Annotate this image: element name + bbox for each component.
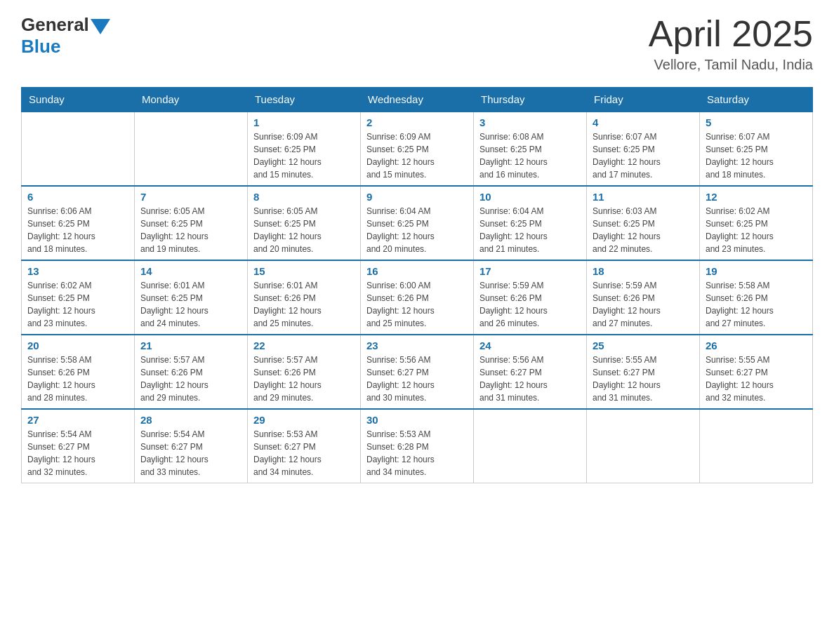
col-monday: Monday [135, 88, 248, 112]
day-info-text: Sunrise: 5:57 AMSunset: 6:26 PMDaylight:… [253, 354, 355, 404]
day-info-text: Sunrise: 6:04 AMSunset: 6:25 PMDaylight:… [366, 205, 468, 255]
calendar-cell: 10Sunrise: 6:04 AMSunset: 6:25 PMDayligh… [474, 186, 587, 260]
day-number: 30 [366, 414, 468, 426]
calendar-cell: 1Sunrise: 6:09 AMSunset: 6:25 PMDaylight… [248, 112, 361, 186]
calendar-cell: 3Sunrise: 6:08 AMSunset: 6:25 PMDaylight… [474, 112, 587, 186]
day-number: 10 [479, 191, 581, 203]
day-number: 12 [706, 191, 807, 203]
col-saturday: Saturday [700, 88, 813, 112]
day-number: 17 [479, 265, 581, 277]
day-number: 23 [366, 340, 468, 351]
day-info-text: Sunrise: 5:53 AMSunset: 6:27 PMDaylight:… [253, 428, 355, 478]
day-info-text: Sunrise: 5:54 AMSunset: 6:27 PMDaylight:… [140, 428, 241, 478]
day-info-text: Sunrise: 5:59 AMSunset: 6:26 PMDaylight:… [593, 279, 694, 330]
day-number: 4 [593, 116, 694, 128]
day-number: 2 [366, 116, 468, 128]
day-info-text: Sunrise: 6:00 AMSunset: 6:26 PMDaylight:… [366, 279, 468, 330]
day-info-text: Sunrise: 6:07 AMSunset: 6:25 PMDaylight:… [706, 130, 807, 181]
day-number: 8 [253, 191, 355, 203]
calendar-week-row: 27Sunrise: 5:54 AMSunset: 6:27 PMDayligh… [22, 409, 813, 483]
calendar-cell: 22Sunrise: 5:57 AMSunset: 6:26 PMDayligh… [248, 335, 361, 409]
calendar-cell [474, 409, 587, 483]
month-year-title: April 2025 [649, 14, 813, 54]
day-info-text: Sunrise: 6:01 AMSunset: 6:26 PMDaylight:… [253, 279, 355, 330]
day-number: 20 [27, 340, 128, 351]
day-number: 28 [140, 414, 241, 426]
logo-blue-text: Blue [21, 36, 60, 58]
col-friday: Friday [587, 88, 700, 112]
day-info-text: Sunrise: 5:57 AMSunset: 6:26 PMDaylight:… [140, 354, 241, 404]
calendar-cell: 18Sunrise: 5:59 AMSunset: 6:26 PMDayligh… [587, 260, 700, 335]
calendar-cell [700, 409, 813, 483]
calendar-cell: 6Sunrise: 6:06 AMSunset: 6:25 PMDaylight… [22, 186, 135, 260]
calendar-cell: 12Sunrise: 6:02 AMSunset: 6:25 PMDayligh… [700, 186, 813, 260]
day-info-text: Sunrise: 5:55 AMSunset: 6:27 PMDaylight:… [593, 354, 694, 404]
day-number: 25 [593, 340, 694, 351]
title-block: April 2025 Vellore, Tamil Nadu, India [649, 14, 813, 73]
col-thursday: Thursday [474, 88, 587, 112]
day-number: 5 [706, 116, 807, 128]
calendar-cell: 16Sunrise: 6:00 AMSunset: 6:26 PMDayligh… [361, 260, 474, 335]
day-info-text: Sunrise: 6:05 AMSunset: 6:25 PMDaylight:… [140, 205, 241, 255]
calendar-week-row: 13Sunrise: 6:02 AMSunset: 6:25 PMDayligh… [22, 260, 813, 335]
calendar-cell [22, 112, 135, 186]
day-info-text: Sunrise: 6:01 AMSunset: 6:25 PMDaylight:… [140, 279, 241, 330]
day-header-row: Sunday Monday Tuesday Wednesday Thursday… [22, 88, 813, 112]
day-info-text: Sunrise: 5:53 AMSunset: 6:28 PMDaylight:… [366, 428, 468, 478]
day-number: 14 [140, 265, 241, 277]
day-number: 16 [366, 265, 468, 277]
day-info-text: Sunrise: 6:03 AMSunset: 6:25 PMDaylight:… [593, 205, 694, 255]
day-number: 27 [27, 414, 128, 426]
logo-triangle-icon [91, 19, 110, 34]
calendar-cell: 8Sunrise: 6:05 AMSunset: 6:25 PMDaylight… [248, 186, 361, 260]
location-subtitle: Vellore, Tamil Nadu, India [649, 57, 813, 73]
day-number: 18 [593, 265, 694, 277]
day-info-text: Sunrise: 5:56 AMSunset: 6:27 PMDaylight:… [479, 354, 581, 404]
calendar-week-row: 6Sunrise: 6:06 AMSunset: 6:25 PMDaylight… [22, 186, 813, 260]
calendar-cell [587, 409, 700, 483]
col-wednesday: Wednesday [361, 88, 474, 112]
calendar-cell: 30Sunrise: 5:53 AMSunset: 6:28 PMDayligh… [361, 409, 474, 483]
day-info-text: Sunrise: 6:02 AMSunset: 6:25 PMDaylight:… [706, 205, 807, 255]
day-number: 26 [706, 340, 807, 351]
day-number: 22 [253, 340, 355, 351]
logo: General Blue [21, 14, 110, 58]
calendar-week-row: 20Sunrise: 5:58 AMSunset: 6:26 PMDayligh… [22, 335, 813, 409]
calendar-cell: 19Sunrise: 5:58 AMSunset: 6:26 PMDayligh… [700, 260, 813, 335]
calendar-cell: 9Sunrise: 6:04 AMSunset: 6:25 PMDaylight… [361, 186, 474, 260]
day-info-text: Sunrise: 6:02 AMSunset: 6:25 PMDaylight:… [27, 279, 128, 330]
day-number: 11 [593, 191, 694, 203]
day-number: 1 [253, 116, 355, 128]
calendar-cell: 15Sunrise: 6:01 AMSunset: 6:26 PMDayligh… [248, 260, 361, 335]
calendar-cell: 24Sunrise: 5:56 AMSunset: 6:27 PMDayligh… [474, 335, 587, 409]
day-number: 24 [479, 340, 581, 351]
calendar-cell: 5Sunrise: 6:07 AMSunset: 6:25 PMDaylight… [700, 112, 813, 186]
day-info-text: Sunrise: 5:56 AMSunset: 6:27 PMDaylight:… [366, 354, 468, 404]
day-number: 19 [706, 265, 807, 277]
calendar-cell: 27Sunrise: 5:54 AMSunset: 6:27 PMDayligh… [22, 409, 135, 483]
day-info-text: Sunrise: 6:08 AMSunset: 6:25 PMDaylight:… [479, 130, 581, 181]
calendar-cell: 23Sunrise: 5:56 AMSunset: 6:27 PMDayligh… [361, 335, 474, 409]
day-info-text: Sunrise: 6:05 AMSunset: 6:25 PMDaylight:… [253, 205, 355, 255]
day-info-text: Sunrise: 6:04 AMSunset: 6:25 PMDaylight:… [479, 205, 581, 255]
calendar-cell: 20Sunrise: 5:58 AMSunset: 6:26 PMDayligh… [22, 335, 135, 409]
day-number: 7 [140, 191, 241, 203]
day-number: 9 [366, 191, 468, 203]
calendar-cell: 29Sunrise: 5:53 AMSunset: 6:27 PMDayligh… [248, 409, 361, 483]
calendar-cell: 28Sunrise: 5:54 AMSunset: 6:27 PMDayligh… [135, 409, 248, 483]
day-info-text: Sunrise: 5:54 AMSunset: 6:27 PMDaylight:… [27, 428, 128, 478]
day-info-text: Sunrise: 5:55 AMSunset: 6:27 PMDaylight:… [706, 354, 807, 404]
col-sunday: Sunday [22, 88, 135, 112]
calendar-cell: 25Sunrise: 5:55 AMSunset: 6:27 PMDayligh… [587, 335, 700, 409]
calendar-cell: 26Sunrise: 5:55 AMSunset: 6:27 PMDayligh… [700, 335, 813, 409]
calendar-cell: 11Sunrise: 6:03 AMSunset: 6:25 PMDayligh… [587, 186, 700, 260]
calendar-week-row: 1Sunrise: 6:09 AMSunset: 6:25 PMDaylight… [22, 112, 813, 186]
logo-general-text: General [21, 14, 89, 36]
calendar-cell: 14Sunrise: 6:01 AMSunset: 6:25 PMDayligh… [135, 260, 248, 335]
calendar-cell: 13Sunrise: 6:02 AMSunset: 6:25 PMDayligh… [22, 260, 135, 335]
day-info-text: Sunrise: 6:09 AMSunset: 6:25 PMDaylight:… [366, 130, 468, 181]
day-number: 21 [140, 340, 241, 351]
col-tuesday: Tuesday [248, 88, 361, 112]
day-info-text: Sunrise: 5:58 AMSunset: 6:26 PMDaylight:… [706, 279, 807, 330]
calendar-table: Sunday Monday Tuesday Wednesday Thursday… [21, 87, 813, 483]
